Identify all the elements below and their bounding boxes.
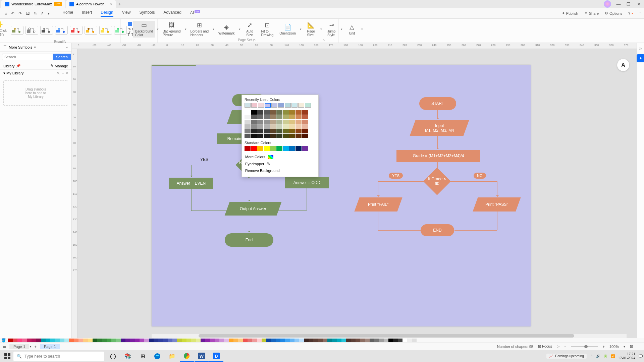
end-shape-left[interactable]: End	[225, 233, 273, 247]
recent-color-swatch[interactable]	[245, 103, 251, 108]
add-page-button[interactable]: +	[32, 344, 39, 349]
theme-color-swatch[interactable]	[251, 124, 257, 129]
palette-swatch[interactable]	[224, 339, 229, 342]
tray-wifi-icon[interactable]: 📶	[611, 354, 615, 358]
page-tab-1[interactable]: Page-1	[40, 344, 60, 349]
standard-color-swatch[interactable]	[283, 146, 289, 151]
theme-color-swatch[interactable]	[257, 110, 263, 115]
palette-swatch[interactable]	[299, 339, 304, 342]
recent-color-swatch[interactable]	[251, 103, 257, 108]
borders-dropdown[interactable]: ▾	[213, 27, 214, 31]
fit-to-drawing-button[interactable]: ⊡Fit to Drawing	[259, 21, 276, 38]
palette-swatch[interactable]	[356, 339, 360, 342]
palette-swatch[interactable]	[365, 339, 370, 342]
zoom-in-button[interactable]: +	[602, 345, 604, 349]
redo-icon[interactable]: ↷	[18, 11, 22, 16]
page-size-dropdown[interactable]: ▾	[320, 27, 322, 31]
end-shape-right[interactable]: END	[421, 224, 454, 236]
theme-color-swatch[interactable]	[257, 134, 263, 138]
palette-swatch[interactable]	[341, 339, 346, 342]
theme-color-swatch[interactable]	[289, 115, 295, 119]
palette-swatch[interactable]	[41, 339, 46, 342]
panel-title[interactable]: More Symbols	[9, 45, 32, 49]
palette-swatch[interactable]	[111, 339, 116, 342]
palette-swatch[interactable]	[407, 339, 412, 342]
task-view-icon[interactable]: ⊞	[136, 351, 150, 362]
share-button[interactable]: ⚘Share	[584, 11, 599, 15]
palette-swatch[interactable]	[280, 339, 285, 342]
recent-color-swatch[interactable]	[258, 103, 264, 108]
background-color-button[interactable]: ▭Background Color	[133, 21, 155, 38]
theme-color-swatch[interactable]	[264, 124, 270, 129]
palette-swatch[interactable]	[140, 339, 144, 342]
palette-swatch[interactable]	[22, 339, 27, 342]
theme-color-swatch[interactable]	[289, 134, 295, 138]
theme-color-swatch[interactable]	[251, 129, 257, 133]
theme-swatch-1[interactable]	[11, 26, 23, 35]
palette-swatch[interactable]	[238, 339, 243, 342]
theme-color-swatch[interactable]	[296, 120, 302, 124]
canvas[interactable]: Remainder = N modulo 2 Remainder = 0? YE…	[78, 49, 637, 338]
palette-swatch[interactable]	[74, 339, 78, 342]
palette-swatch[interactable]	[262, 339, 266, 342]
palette-swatch[interactable]	[313, 339, 318, 342]
theme-color-swatch[interactable]	[302, 115, 308, 119]
one-click-beautify-button[interactable]: ✨ One Click Beautify ▾	[0, 20, 9, 40]
save-icon[interactable]: 🖫	[26, 11, 30, 16]
theme-swatch-5[interactable]	[70, 26, 83, 35]
close-button[interactable]: ✕	[636, 2, 641, 7]
theme-color-swatch[interactable]	[270, 129, 276, 133]
palette-swatch[interactable]	[360, 339, 365, 342]
theme-color-swatch[interactable]	[302, 124, 308, 129]
theme-color-swatch[interactable]	[264, 115, 270, 119]
taskbar-search[interactable]: 🔍Type here to search	[13, 352, 104, 361]
palette-swatch[interactable]	[60, 339, 64, 342]
theme-color-swatch[interactable]	[283, 134, 289, 138]
theme-color-swatch[interactable]	[257, 124, 263, 129]
palette-swatch[interactable]	[332, 339, 337, 342]
task-chrome-icon[interactable]	[180, 351, 194, 362]
task-books-icon[interactable]: 📚	[121, 351, 135, 362]
theme-color-swatch[interactable]	[270, 134, 276, 138]
fullscreen-icon[interactable]: ⛶	[638, 345, 641, 349]
palette-swatch[interactable]	[210, 339, 215, 342]
standard-color-swatch[interactable]	[289, 146, 295, 151]
menu-insert[interactable]: Insert	[82, 10, 92, 17]
answer-odd[interactable]: Answer = ODD	[285, 177, 329, 188]
add-tab-button[interactable]: +	[116, 1, 123, 7]
search-button[interactable]: Search	[53, 54, 71, 60]
page-selector[interactable]: Page-1	[9, 344, 29, 349]
palette-swatch[interactable]	[233, 339, 238, 342]
watermark-button[interactable]: ◈Watermark	[216, 23, 237, 36]
standard-color-swatch[interactable]	[302, 146, 308, 151]
horizontal-scrollbar[interactable]	[152, 334, 627, 338]
palette-swatch[interactable]	[144, 339, 149, 342]
palette-swatch[interactable]	[8, 339, 13, 342]
theme-color-swatch[interactable]	[245, 115, 251, 119]
library-toggle[interactable]: Library📌	[3, 64, 21, 68]
theme-color-swatch[interactable]	[296, 115, 302, 119]
palette-swatch[interactable]	[393, 339, 398, 342]
borders-headers-button[interactable]: ⊞Borders and Headers	[189, 21, 211, 38]
theme-color-swatch[interactable]	[283, 129, 289, 133]
palette-swatch[interactable]	[69, 339, 74, 342]
task-word-icon[interactable]: W	[195, 351, 209, 362]
unit-dropdown[interactable]: ▾	[361, 27, 363, 31]
theme-color-swatch[interactable]	[296, 124, 302, 129]
add-icon[interactable]: +	[62, 71, 64, 75]
page-setup-expand-icon[interactable]: ⬂	[323, 38, 325, 42]
task-explorer-icon[interactable]: 📁	[165, 351, 179, 362]
theme-color-swatch[interactable]	[270, 110, 276, 115]
theme-color-swatch[interactable]	[270, 115, 276, 119]
fit-page-icon[interactable]: ⊡	[630, 344, 633, 349]
print-icon[interactable]: ⎙	[34, 11, 36, 16]
menu-ai[interactable]: AIhot	[190, 10, 200, 17]
palette-swatch[interactable]	[252, 339, 257, 342]
palette-swatch[interactable]	[149, 339, 154, 342]
app-tab[interactable]: Wondershare EdrawMax Pro	[1, 0, 65, 8]
theme-color-swatch[interactable]	[251, 134, 257, 138]
theme-swatch-2[interactable]	[25, 26, 38, 35]
orientation-button[interactable]: 📄Orientation	[277, 23, 298, 36]
theme-color-swatch[interactable]	[257, 129, 263, 133]
ai-assistant-badge[interactable]: A	[617, 59, 629, 71]
